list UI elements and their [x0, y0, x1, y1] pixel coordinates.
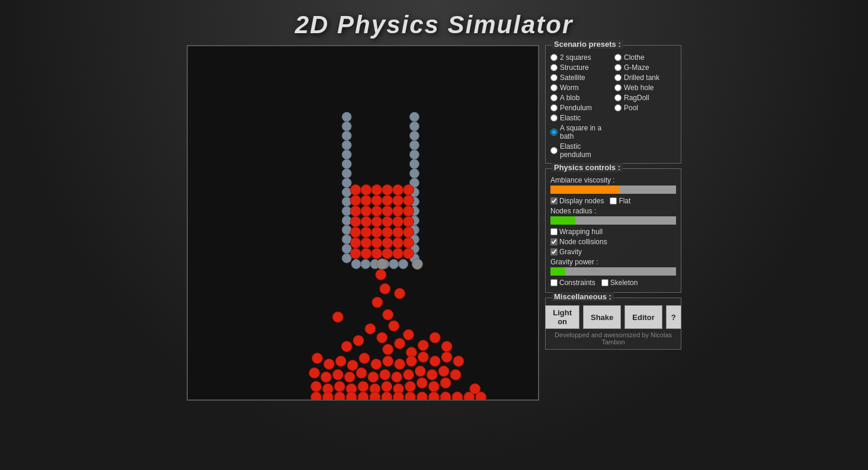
scenario-elasticpendulum[interactable]: Elastic pendulum [550, 142, 612, 159]
svg-point-120 [380, 369, 390, 380]
scenario-elastic-radio[interactable] [550, 114, 558, 122]
viscosity-rest [620, 186, 676, 194]
scenario-drilledtank[interactable]: Drilled tank [614, 73, 676, 82]
svg-point-33 [351, 260, 361, 269]
svg-point-150 [428, 392, 439, 399]
main-area: 241 nodes 0 constraint 32 fps [187, 45, 681, 401]
skeleton-label[interactable]: Skeleton [601, 279, 638, 287]
node-collisions-checkbox[interactable] [550, 238, 558, 245]
svg-point-50 [382, 238, 393, 248]
skeleton-checkbox[interactable] [601, 279, 608, 286]
constraints-skeleton-row: Constraints Skeleton [550, 279, 676, 287]
scenario-2squares[interactable]: 2 squares [550, 53, 612, 62]
scenario-elasticpendulum-label: Elastic pendulum [560, 142, 612, 159]
wrapping-hull-checkbox[interactable] [550, 228, 558, 235]
constraints-checkbox[interactable] [550, 279, 558, 286]
svg-point-6 [342, 159, 351, 169]
scenario-worm[interactable]: Worm [550, 83, 612, 92]
sim-canvas: 241 nodes 0 constraint 32 fps [187, 45, 539, 401]
gravity-checkbox[interactable] [550, 248, 558, 255]
page-title: 2D Physics Simulator [295, 11, 574, 39]
scenario-pool[interactable]: Pool [614, 103, 676, 113]
scenario-pool-label: Pool [624, 104, 638, 112]
scenario-clothe[interactable]: Clothe [614, 53, 676, 62]
scenario-satellite[interactable]: Satellite [550, 73, 612, 82]
skeleton-text: Skeleton [610, 279, 638, 287]
scenario-2squares-radio[interactable] [550, 54, 558, 61]
svg-point-19 [409, 131, 419, 140]
scenario-drilledtank-radio[interactable] [614, 74, 622, 81]
scenario-ablob[interactable]: A blob [550, 93, 612, 103]
scenario-asquareinabath-label: A square in a bath [560, 124, 612, 140]
constraints-label[interactable]: Constraints [550, 279, 595, 287]
svg-point-16 [342, 254, 351, 263]
svg-point-137 [428, 381, 439, 392]
wrapping-hull-label[interactable]: Wrapping hull [550, 228, 603, 236]
scenario-asquareinabath[interactable]: A square in a bath [550, 123, 612, 141]
display-nodes-row: Display nodes Flat [550, 197, 676, 205]
svg-point-88 [332, 312, 343, 322]
scenario-structure-radio[interactable] [550, 64, 558, 71]
scenario-structure[interactable]: Structure [550, 63, 612, 72]
display-nodes-checkbox[interactable] [550, 197, 558, 204]
scenario-webhole-radio[interactable] [614, 84, 622, 91]
svg-point-40 [412, 259, 422, 270]
svg-point-64 [403, 216, 414, 227]
scenario-pool-radio[interactable] [614, 104, 622, 111]
scenario-pendulum[interactable]: Pendulum [550, 103, 612, 113]
light-on-button[interactable]: Light on [545, 305, 579, 329]
svg-point-78 [361, 184, 371, 195]
scenario-ragdoll-radio[interactable] [614, 94, 622, 101]
svg-point-85 [372, 297, 383, 308]
svg-point-10 [342, 197, 351, 206]
scenario-satellite-radio[interactable] [550, 74, 558, 81]
wrapping-hull-row: Wrapping hull [550, 228, 676, 236]
svg-point-84 [380, 283, 390, 294]
svg-point-115 [321, 372, 331, 382]
svg-point-44 [382, 248, 393, 259]
scenario-ragdoll[interactable]: RagDoll [614, 93, 676, 103]
svg-point-147 [393, 392, 404, 399]
flat-checkbox[interactable] [610, 197, 617, 204]
svg-point-104 [347, 360, 358, 370]
scenario-pendulum-radio[interactable] [550, 104, 558, 111]
scenario-clothe-radio[interactable] [614, 54, 622, 61]
gravity-power-slider[interactable] [550, 267, 676, 276]
nodes-radius-slider[interactable] [550, 216, 676, 225]
shake-button[interactable]: Shake [583, 305, 621, 329]
svg-point-142 [334, 392, 345, 399]
scenario-gmaize[interactable]: G-Maze [614, 63, 676, 72]
svg-point-68 [382, 206, 393, 216]
scenario-asquareinabath-radio[interactable] [550, 129, 558, 136]
scenario-ablob-radio[interactable] [550, 94, 558, 101]
svg-point-45 [393, 248, 403, 259]
question-button[interactable]: ? [666, 305, 681, 329]
svg-point-4 [342, 140, 351, 150]
svg-point-110 [418, 352, 428, 363]
scenario-webhole[interactable]: Web hole [614, 83, 676, 92]
scenario-gmaize-radio[interactable] [614, 64, 622, 71]
editor-button[interactable]: Editor [624, 305, 662, 329]
svg-point-114 [309, 367, 320, 378]
gravity-label[interactable]: Gravity [550, 248, 582, 256]
svg-point-55 [371, 227, 382, 238]
svg-point-119 [368, 372, 379, 382]
scenario-worm-radio[interactable] [550, 84, 558, 91]
svg-point-22 [409, 159, 419, 169]
display-nodes-label[interactable]: Display nodes [550, 197, 604, 205]
scenario-elasticpendulum-radio[interactable] [550, 147, 558, 154]
viscosity-slider[interactable] [550, 186, 676, 194]
node-collisions-label[interactable]: Node collisions [550, 238, 607, 246]
flat-label[interactable]: Flat [610, 197, 630, 205]
svg-point-60 [361, 216, 371, 227]
svg-point-149 [417, 392, 427, 399]
scenario-elastic[interactable]: Elastic [550, 113, 612, 123]
svg-point-99 [430, 332, 440, 343]
svg-point-51 [393, 238, 403, 248]
viscosity-fill [550, 186, 620, 194]
node-collisions-text: Node collisions [559, 238, 607, 246]
svg-point-46 [403, 248, 414, 259]
physics-controls-section: Physics controls : Ambiance viscosity : [545, 168, 681, 293]
svg-point-58 [403, 227, 414, 238]
svg-point-121 [392, 372, 402, 382]
